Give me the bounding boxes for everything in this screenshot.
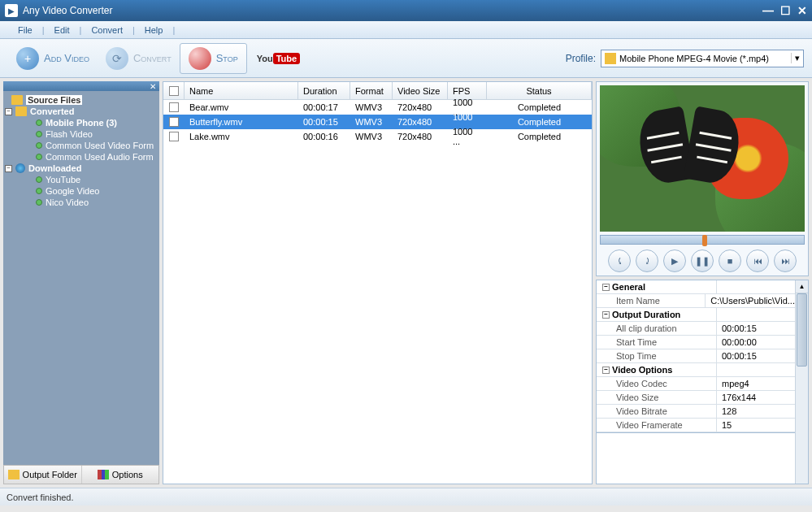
prop-video-codec[interactable]: Video Codecmpeg4 bbox=[597, 377, 795, 391]
next-button[interactable]: ⏭ bbox=[774, 249, 797, 272]
tree-google-video[interactable]: Google Video bbox=[5, 185, 158, 197]
convert-icon: ⟳ bbox=[106, 47, 128, 70]
timeline-marker[interactable] bbox=[702, 235, 707, 246]
stop-icon bbox=[189, 47, 211, 70]
column-video-size[interactable]: Video Size bbox=[393, 82, 448, 99]
folder-icon bbox=[8, 470, 20, 479]
convert-button[interactable]: ⟳ Convert bbox=[98, 44, 180, 73]
menu-edit[interactable]: Edit bbox=[45, 25, 80, 35]
pause-button[interactable]: ❚❚ bbox=[691, 249, 714, 272]
cell-fps: 1000 ... bbox=[448, 127, 487, 146]
section-general[interactable]: −General bbox=[597, 280, 795, 294]
row-checkbox[interactable] bbox=[169, 102, 179, 112]
minimize-button[interactable]: — bbox=[762, 4, 774, 17]
cell-video-size: 720x480 bbox=[393, 117, 448, 127]
play-button[interactable]: ▶ bbox=[663, 249, 686, 272]
file-list-header: Name Duration Format Video Size FPS Stat… bbox=[163, 82, 592, 100]
cell-format: WMV3 bbox=[350, 132, 393, 141]
collapse-icon[interactable]: − bbox=[602, 367, 610, 374]
section-video-options[interactable]: −Video Options bbox=[597, 363, 795, 377]
globe-icon bbox=[15, 163, 25, 173]
right-panel: ⤹ ⤸ ▶ ❚❚ ■ ⏮ ⏭ −General Item NameC:\User… bbox=[596, 81, 809, 484]
folder-icon bbox=[15, 106, 27, 116]
properties-scrollbar[interactable]: ▲ bbox=[795, 280, 808, 484]
tree-common-audio[interactable]: Common Used Audio Form bbox=[5, 151, 158, 163]
collapse-icon[interactable]: − bbox=[5, 108, 12, 115]
cell-name: Bear.wmv bbox=[185, 102, 298, 112]
tree-converted[interactable]: − Converted bbox=[5, 106, 158, 117]
stop-playback-button[interactable]: ■ bbox=[719, 249, 741, 272]
scroll-thumb[interactable] bbox=[797, 293, 807, 367]
bullet-icon bbox=[36, 199, 42, 206]
menu-help[interactable]: Help bbox=[135, 25, 173, 35]
cell-duration: 00:00:15 bbox=[298, 117, 350, 127]
section-output-duration[interactable]: −Output Duration bbox=[597, 308, 795, 322]
tree-common-video[interactable]: Common Used Video Form bbox=[5, 140, 158, 151]
prop-start-time[interactable]: Start Time00:00:00 bbox=[597, 336, 795, 349]
prop-all-clip[interactable]: All clip duration00:00:15 bbox=[597, 322, 795, 336]
prop-video-size[interactable]: Video Size176x144 bbox=[597, 391, 795, 405]
add-icon: + bbox=[16, 47, 39, 70]
prop-item-name[interactable]: Item NameC:\Users\Public\Vid... bbox=[597, 294, 795, 308]
options-button[interactable]: Options bbox=[82, 466, 159, 484]
tree-nico-video[interactable]: Nico Video bbox=[5, 197, 158, 208]
cell-duration: 00:00:16 bbox=[298, 132, 350, 141]
column-format[interactable]: Format bbox=[350, 82, 393, 99]
scroll-up-icon[interactable]: ▲ bbox=[796, 280, 808, 293]
properties-panel: −General Item NameC:\Users\Public\Vid...… bbox=[596, 280, 809, 484]
collapse-icon[interactable]: − bbox=[602, 284, 610, 291]
output-folder-button[interactable]: Output Folder bbox=[4, 466, 82, 484]
sidebar-close-icon[interactable]: ✕ bbox=[150, 82, 156, 91]
prop-video-framerate[interactable]: Video Framerate15 bbox=[597, 419, 795, 432]
menu-convert[interactable]: Convert bbox=[81, 25, 132, 35]
mark-in-button[interactable]: ⤹ bbox=[608, 249, 631, 272]
collapse-icon[interactable]: − bbox=[602, 311, 610, 319]
column-status[interactable]: Status bbox=[487, 82, 592, 99]
prop-stop-time[interactable]: Stop Time00:00:15 bbox=[597, 349, 795, 363]
column-fps[interactable]: FPS bbox=[448, 82, 487, 99]
file-list: Name Duration Format Video Size FPS Stat… bbox=[163, 81, 593, 484]
table-row[interactable]: Lake.wmv00:00:16WMV3720x4801000 ...Compl… bbox=[163, 129, 592, 144]
preview-image bbox=[600, 85, 805, 232]
cell-name: Lake.wmv bbox=[185, 132, 298, 141]
options-icon bbox=[98, 470, 109, 479]
tree-source-files[interactable]: Source Files bbox=[5, 94, 158, 106]
profile-select[interactable]: Mobile Phone MPEG-4 Movie (*.mp4) ▾ bbox=[601, 50, 804, 67]
tree-youtube[interactable]: YouTube bbox=[5, 174, 158, 185]
maximize-button[interactable]: ☐ bbox=[780, 4, 791, 17]
timeline-slider[interactable] bbox=[600, 235, 805, 245]
folder-icon bbox=[11, 95, 23, 105]
stop-button[interactable]: Stop bbox=[180, 43, 247, 74]
row-checkbox[interactable] bbox=[169, 117, 179, 127]
bullet-icon bbox=[36, 119, 42, 126]
column-duration[interactable]: Duration bbox=[298, 82, 350, 99]
cell-format: WMV3 bbox=[350, 102, 393, 112]
column-check[interactable] bbox=[163, 82, 185, 99]
bullet-icon bbox=[36, 142, 42, 149]
mark-out-button[interactable]: ⤸ bbox=[636, 249, 658, 272]
preview-panel: ⤹ ⤸ ▶ ❚❚ ■ ⏮ ⏭ bbox=[596, 81, 809, 276]
cell-status: Completed bbox=[487, 117, 592, 127]
close-button[interactable]: ✕ bbox=[797, 4, 807, 17]
add-video-button[interactable]: + Add Video bbox=[8, 44, 98, 73]
table-row[interactable]: Butterfly.wmv00:00:15WMV3720x4801000 ...… bbox=[163, 115, 592, 129]
stop-label: Stop bbox=[216, 52, 238, 64]
prev-button[interactable]: ⏮ bbox=[746, 249, 769, 272]
tree-mobile-phone[interactable]: Mobile Phone (3) bbox=[5, 117, 158, 128]
source-tree: Source Files − Converted Mobile Phone (3… bbox=[3, 91, 159, 465]
table-row[interactable]: Bear.wmv00:00:17WMV3720x4801000 ...Compl… bbox=[163, 100, 592, 115]
cell-duration: 00:00:17 bbox=[298, 102, 350, 112]
profile-value: Mobile Phone MPEG-4 Movie (*.mp4) bbox=[619, 54, 791, 63]
add-video-label: Add Video bbox=[44, 52, 89, 64]
row-checkbox[interactable] bbox=[169, 132, 179, 141]
menu-file[interactable]: File bbox=[8, 25, 42, 35]
cell-status: Completed bbox=[487, 132, 592, 141]
tree-downloaded[interactable]: − Downloaded bbox=[5, 163, 158, 174]
column-name[interactable]: Name bbox=[185, 82, 298, 99]
app-icon: ▶ bbox=[5, 4, 18, 17]
youtube-logo[interactable]: YouTube bbox=[257, 54, 300, 63]
tree-flash-video[interactable]: Flash Video bbox=[5, 128, 158, 140]
collapse-icon[interactable]: − bbox=[5, 165, 12, 172]
prop-video-bitrate[interactable]: Video Bitrate128 bbox=[597, 405, 795, 419]
toolbar: + Add Video ⟳ Convert Stop YouTube Profi… bbox=[0, 39, 812, 78]
